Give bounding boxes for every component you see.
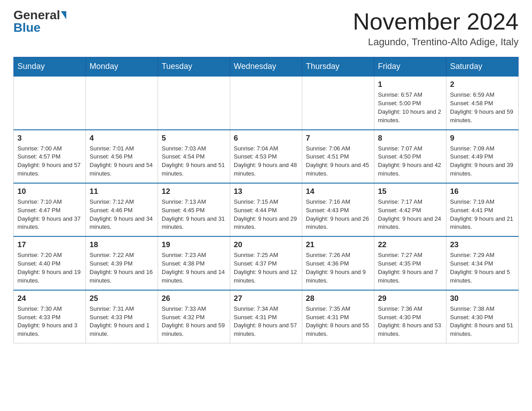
day-number: 20 (234, 240, 298, 249)
calendar-cell (158, 76, 230, 129)
day-number: 11 (90, 187, 154, 196)
logo-arrow-icon (61, 11, 66, 19)
calendar-cell: 23Sunrise: 7:29 AMSunset: 4:34 PMDayligh… (446, 236, 519, 290)
day-info: Sunrise: 7:12 AMSunset: 4:46 PMDaylight:… (90, 198, 154, 231)
day-info: Sunrise: 7:31 AMSunset: 4:33 PMDaylight:… (90, 305, 154, 338)
logo: General Blue (13, 9, 66, 34)
day-info: Sunrise: 7:13 AMSunset: 4:45 PMDaylight:… (162, 198, 226, 231)
calendar-cell (230, 76, 302, 129)
calendar-cell: 25Sunrise: 7:31 AMSunset: 4:33 PMDayligh… (86, 290, 158, 343)
day-info: Sunrise: 7:17 AMSunset: 4:42 PMDaylight:… (378, 198, 442, 231)
day-number: 30 (450, 294, 515, 303)
day-number: 2 (450, 80, 515, 89)
calendar-cell: 21Sunrise: 7:26 AMSunset: 4:36 PMDayligh… (302, 236, 374, 290)
calendar-header-row: SundayMondayTuesdayWednesdayThursdayFrid… (14, 57, 519, 77)
day-number: 26 (162, 294, 226, 303)
day-info: Sunrise: 7:22 AMSunset: 4:39 PMDaylight:… (90, 251, 154, 285)
day-info: Sunrise: 6:57 AMSunset: 5:00 PMDaylight:… (378, 91, 442, 124)
day-number: 23 (450, 240, 515, 249)
week-row-1: 1Sunrise: 6:57 AMSunset: 5:00 PMDaylight… (14, 76, 519, 129)
col-header-monday: Monday (86, 57, 158, 77)
logo-general-text: General (13, 9, 60, 21)
day-info: Sunrise: 6:59 AMSunset: 4:58 PMDaylight:… (450, 91, 515, 124)
day-number: 5 (162, 134, 226, 143)
calendar-cell: 17Sunrise: 7:20 AMSunset: 4:40 PMDayligh… (14, 236, 86, 290)
day-number: 25 (90, 294, 154, 303)
week-row-5: 24Sunrise: 7:30 AMSunset: 4:33 PMDayligh… (14, 290, 519, 343)
calendar-cell: 2Sunrise: 6:59 AMSunset: 4:58 PMDaylight… (446, 76, 519, 129)
calendar-cell: 29Sunrise: 7:36 AMSunset: 4:30 PMDayligh… (374, 290, 446, 343)
day-info: Sunrise: 7:27 AMSunset: 4:35 PMDaylight:… (378, 251, 442, 285)
day-number: 8 (378, 134, 442, 143)
calendar-cell: 1Sunrise: 6:57 AMSunset: 5:00 PMDaylight… (374, 76, 446, 129)
location-subtitle: Lagundo, Trentino-Alto Adige, Italy (353, 36, 519, 48)
day-info: Sunrise: 7:10 AMSunset: 4:47 PMDaylight:… (17, 198, 82, 231)
calendar-cell: 4Sunrise: 7:01 AMSunset: 4:56 PMDaylight… (86, 130, 158, 183)
day-number: 18 (90, 240, 154, 249)
calendar-cell: 8Sunrise: 7:07 AMSunset: 4:50 PMDaylight… (374, 130, 446, 183)
col-header-tuesday: Tuesday (158, 57, 230, 77)
calendar-cell (302, 76, 374, 129)
calendar-cell: 5Sunrise: 7:03 AMSunset: 4:54 PMDaylight… (158, 130, 230, 183)
day-number: 12 (162, 187, 226, 196)
week-row-2: 3Sunrise: 7:00 AMSunset: 4:57 PMDaylight… (14, 130, 519, 183)
calendar-cell: 3Sunrise: 7:00 AMSunset: 4:57 PMDaylight… (14, 130, 86, 183)
logo-blue-text: Blue (13, 21, 41, 34)
day-info: Sunrise: 7:35 AMSunset: 4:31 PMDaylight:… (306, 305, 370, 338)
calendar-cell: 9Sunrise: 7:09 AMSunset: 4:49 PMDaylight… (446, 130, 519, 183)
calendar-cell: 14Sunrise: 7:16 AMSunset: 4:43 PMDayligh… (302, 183, 374, 236)
calendar-cell: 28Sunrise: 7:35 AMSunset: 4:31 PMDayligh… (302, 290, 374, 343)
day-number: 28 (306, 294, 370, 303)
day-info: Sunrise: 7:29 AMSunset: 4:34 PMDaylight:… (450, 251, 515, 285)
day-number: 9 (450, 134, 515, 143)
calendar-cell: 18Sunrise: 7:22 AMSunset: 4:39 PMDayligh… (86, 236, 158, 290)
day-info: Sunrise: 7:04 AMSunset: 4:53 PMDaylight:… (234, 145, 298, 178)
day-info: Sunrise: 7:06 AMSunset: 4:51 PMDaylight:… (306, 145, 370, 178)
day-number: 27 (234, 294, 298, 303)
day-info: Sunrise: 7:20 AMSunset: 4:40 PMDaylight:… (17, 251, 82, 285)
calendar-table: SundayMondayTuesdayWednesdayThursdayFrid… (13, 57, 519, 343)
day-info: Sunrise: 7:38 AMSunset: 4:30 PMDaylight:… (450, 305, 515, 338)
day-info: Sunrise: 7:26 AMSunset: 4:36 PMDaylight:… (306, 251, 370, 285)
day-info: Sunrise: 7:19 AMSunset: 4:41 PMDaylight:… (450, 198, 515, 231)
day-number: 19 (162, 240, 226, 249)
col-header-saturday: Saturday (446, 57, 519, 77)
day-number: 6 (234, 134, 298, 143)
day-info: Sunrise: 7:16 AMSunset: 4:43 PMDaylight:… (306, 198, 370, 231)
day-info: Sunrise: 7:09 AMSunset: 4:49 PMDaylight:… (450, 145, 515, 178)
day-number: 10 (17, 187, 82, 196)
day-number: 29 (378, 294, 442, 303)
calendar-cell: 11Sunrise: 7:12 AMSunset: 4:46 PMDayligh… (86, 183, 158, 236)
calendar-cell: 24Sunrise: 7:30 AMSunset: 4:33 PMDayligh… (14, 290, 86, 343)
day-info: Sunrise: 7:03 AMSunset: 4:54 PMDaylight:… (162, 145, 226, 178)
day-number: 17 (17, 240, 82, 249)
day-number: 16 (450, 187, 515, 196)
calendar-cell: 7Sunrise: 7:06 AMSunset: 4:51 PMDaylight… (302, 130, 374, 183)
col-header-friday: Friday (374, 57, 446, 77)
month-year-title: November 2024 (353, 9, 519, 34)
calendar-cell (86, 76, 158, 129)
day-info: Sunrise: 7:30 AMSunset: 4:33 PMDaylight:… (17, 305, 82, 338)
day-info: Sunrise: 7:33 AMSunset: 4:32 PMDaylight:… (162, 305, 226, 338)
week-row-3: 10Sunrise: 7:10 AMSunset: 4:47 PMDayligh… (14, 183, 519, 236)
calendar-cell: 22Sunrise: 7:27 AMSunset: 4:35 PMDayligh… (374, 236, 446, 290)
day-number: 15 (378, 187, 442, 196)
calendar-cell: 26Sunrise: 7:33 AMSunset: 4:32 PMDayligh… (158, 290, 230, 343)
day-info: Sunrise: 7:34 AMSunset: 4:31 PMDaylight:… (234, 305, 298, 338)
calendar-cell: 30Sunrise: 7:38 AMSunset: 4:30 PMDayligh… (446, 290, 519, 343)
day-number: 3 (17, 134, 82, 143)
day-info: Sunrise: 7:23 AMSunset: 4:38 PMDaylight:… (162, 251, 226, 285)
day-info: Sunrise: 7:01 AMSunset: 4:56 PMDaylight:… (90, 145, 154, 178)
day-number: 14 (306, 187, 370, 196)
calendar-cell: 27Sunrise: 7:34 AMSunset: 4:31 PMDayligh… (230, 290, 302, 343)
calendar-cell: 19Sunrise: 7:23 AMSunset: 4:38 PMDayligh… (158, 236, 230, 290)
title-section: November 2024 Lagundo, Trentino-Alto Adi… (353, 9, 519, 48)
col-header-sunday: Sunday (14, 57, 86, 77)
calendar-cell: 16Sunrise: 7:19 AMSunset: 4:41 PMDayligh… (446, 183, 519, 236)
page-header: General Blue November 2024 Lagundo, Tren… (13, 9, 519, 48)
calendar-cell: 10Sunrise: 7:10 AMSunset: 4:47 PMDayligh… (14, 183, 86, 236)
day-number: 7 (306, 134, 370, 143)
calendar-cell: 12Sunrise: 7:13 AMSunset: 4:45 PMDayligh… (158, 183, 230, 236)
day-number: 4 (90, 134, 154, 143)
calendar-cell: 6Sunrise: 7:04 AMSunset: 4:53 PMDaylight… (230, 130, 302, 183)
